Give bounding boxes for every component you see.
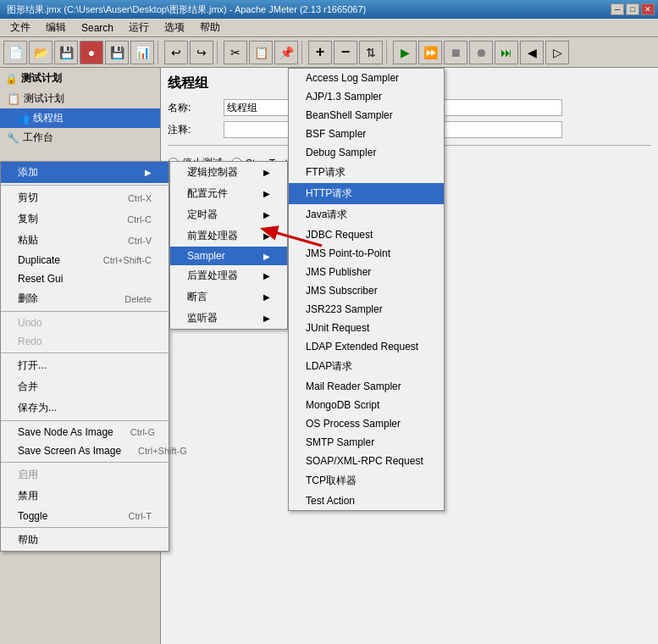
run-button[interactable]: ▶ [393,41,417,64]
minimize-button[interactable]: ─ [611,3,624,15]
run-all-button[interactable]: ⏩ [418,41,442,64]
toolbar-sep3 [301,41,305,64]
save2-button[interactable]: 💾 [105,41,129,64]
ctx-paste[interactable]: 粘贴 Ctrl-V [1,230,169,251]
sampler-http[interactable]: HTTP请求 [289,183,444,204]
sampler-tcp[interactable]: TCP取样器 [289,470,444,491]
menu-options[interactable]: 选项 [158,19,191,36]
save-button[interactable]: 💾 [54,41,78,64]
left-panel: 🔒 测试计划 📋 测试计划 👥 线程组 🔧 工作台 添加 ▶ 剪切 Ctrl-X [0,68,161,644]
stop2-button[interactable]: ⏺ [469,41,493,64]
add-timer[interactable]: 定时器 ▶ [170,204,287,225]
tree-header: 🔒 测试计划 [0,68,160,89]
back-button[interactable]: ◀ [520,41,544,64]
sampler-mail-reader[interactable]: Mail Reader Sampler [289,377,444,396]
sampler-jdbc[interactable]: JDBC Request [289,225,444,244]
new-button[interactable]: 📄 [3,41,27,64]
sampler-access-log[interactable]: Access Log Sampler [289,69,444,87]
menu-file[interactable]: 文件 [3,19,37,36]
sampler-beanshell[interactable]: BeanShell Sampler [289,106,444,125]
close-button[interactable]: ✕ [641,3,655,15]
sampler-ldap-extended[interactable]: LDAP Extended Request [289,337,444,356]
sampler-jms-subscriber[interactable]: JMS Subscriber [289,281,444,300]
remote-start-button[interactable]: ⏭ [495,41,518,64]
sampler-soap[interactable]: SOAP/XML-RPC Request [289,452,444,470]
ctx-toggle[interactable]: Toggle Ctrl-T [1,507,169,525]
ctx-enable[interactable]: 启用 [1,464,169,486]
ctx-save-as[interactable]: 保存为... [1,397,169,419]
menu-help[interactable]: 帮助 [193,19,227,36]
ctx-merge[interactable]: 合并 [1,376,169,397]
ctx-undo[interactable]: Undo [1,314,169,332]
sampler-mongodb[interactable]: MongoDB Script [289,396,444,414]
sampler-debug[interactable]: Debug Sampler [289,143,444,162]
context-menu: 添加 ▶ 剪切 Ctrl-X 复制 Ctrl-C 粘贴 Ctrl-V Dupli… [0,161,169,552]
record-stop-button[interactable]: ● [80,41,103,64]
add-config-element[interactable]: 配置元件 ▶ [170,183,287,204]
ctx-sep3 [1,353,169,353]
ctx-duplicate[interactable]: Duplicate Ctrl+Shift-C [1,251,169,269]
add-logic-controller[interactable]: 逻辑控制器 ▶ [170,162,287,183]
sampler-test-action[interactable]: Test Action [289,491,444,510]
sampler-java[interactable]: Java请求 [289,204,444,225]
add-post-processor[interactable]: 后置处理器 ▶ [170,265,287,286]
stop-button[interactable]: ⏹ [444,41,467,64]
tree-item-test-plan[interactable]: 📋 测试计划 [0,89,160,108]
tree-item-thread-group[interactable]: 👥 线程组 [0,108,160,128]
sampler-ftp[interactable]: FTP请求 [289,162,444,183]
move-button[interactable]: ⇅ [359,41,383,64]
menu-bar: 文件 编辑 Search 运行 选项 帮助 [0,19,658,37]
add-sampler[interactable]: Sampler ▶ [170,247,287,265]
tree-icon: 🔒 [5,73,18,85]
ctx-save-node-shortcut: Ctrl-G [130,427,155,437]
ctx-redo[interactable]: Redo [1,332,169,351]
ctx-cut[interactable]: 剪切 Ctrl-X [1,187,169,208]
sampler-ldap[interactable]: LDAP请求 [289,356,444,377]
ctx-reset-gui[interactable]: Reset Gui [1,269,169,288]
sampler-jms-publisher[interactable]: JMS Publisher [289,263,444,281]
add-assertion[interactable]: 断言 ▶ [170,286,287,308]
cut-button[interactable]: ✂ [224,41,247,64]
open-button[interactable]: 📂 [29,41,53,64]
sampler-junit[interactable]: JUnit Request [289,319,444,337]
ctx-copy-shortcut: Ctrl-C [127,214,152,225]
ctx-open[interactable]: 打开... [1,355,169,376]
thread-group-icon: 👥 [17,113,30,125]
ctx-delete[interactable]: 删除 Delete [1,288,169,309]
main-area: 🔒 测试计划 📋 测试计划 👥 线程组 🔧 工作台 添加 ▶ 剪切 Ctrl-X [0,68,658,644]
undo-button[interactable]: ↩ [164,41,188,64]
post-arrow: ▶ [263,271,270,280]
ctx-cut-shortcut: Ctrl-X [128,193,152,203]
timer-arrow: ▶ [263,210,270,219]
ctx-disable[interactable]: 禁用 [1,486,169,507]
copy-button[interactable]: 📋 [249,41,273,64]
sampler-ajp[interactable]: AJP/1.3 Sampler [289,87,444,106]
ctx-save-node-image[interactable]: Save Node As Image Ctrl-G [1,423,169,441]
sampler-bsf[interactable]: BSF Sampler [289,125,444,143]
ctx-save-screen-image[interactable]: Save Screen As Image Ctrl+Shift-G [1,441,169,460]
ctx-help[interactable]: 帮助 [1,530,169,551]
menu-search[interactable]: Search [75,20,120,36]
sampler-os-process[interactable]: OS Process Sampler [289,414,444,433]
sampler-jsr223[interactable]: JSR223 Sampler [289,300,444,319]
sampler-jms-p2p[interactable]: JMS Point-to-Point [289,244,444,263]
add-listener[interactable]: 监听器 ▶ [170,308,287,329]
add-button[interactable]: + [308,41,332,64]
ctx-add[interactable]: 添加 ▶ [1,162,169,183]
ctx-sep1 [1,185,169,186]
tree-item-label: 工作台 [23,130,53,145]
add-pre-processor[interactable]: 前置处理器 ▶ [170,225,287,247]
menu-edit[interactable]: 编辑 [39,19,73,36]
ctx-copy[interactable]: 复制 Ctrl-C [1,208,169,230]
redo-button[interactable]: ↪ [190,41,213,64]
forward-button[interactable]: ▷ [545,41,569,64]
menu-run[interactable]: 运行 [122,19,156,36]
paste-button[interactable]: 📌 [274,41,298,64]
maximize-button[interactable]: □ [626,3,639,15]
remove-button[interactable]: − [334,41,357,64]
sampler-smtp[interactable]: SMTP Sampler [289,433,444,452]
toolbar-sep4 [386,41,390,64]
window-controls: ─ □ ✕ [611,3,655,15]
tree-item-workbench[interactable]: 🔧 工作台 [0,128,160,147]
chart-button[interactable]: 📊 [130,41,154,64]
